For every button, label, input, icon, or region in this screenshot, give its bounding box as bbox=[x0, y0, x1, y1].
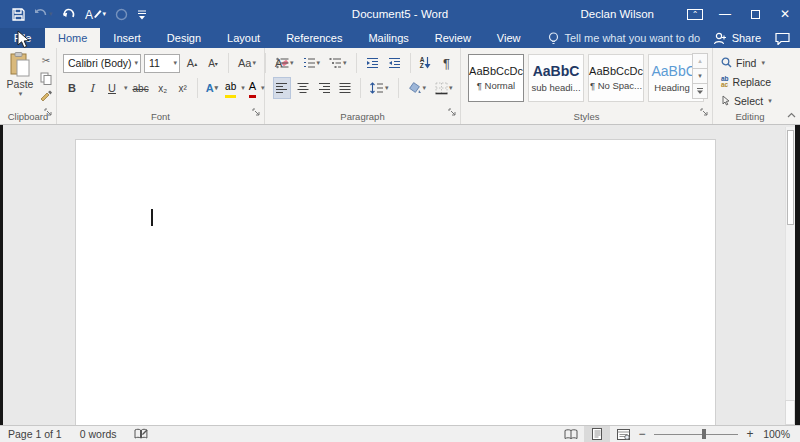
page-indicator[interactable]: Page 1 of 1 bbox=[8, 428, 62, 440]
styles-more-icon[interactable] bbox=[692, 83, 708, 99]
decrease-indent-button[interactable] bbox=[363, 52, 382, 74]
maximize-button[interactable] bbox=[740, 0, 770, 28]
paste-button[interactable]: Paste ▾ bbox=[5, 52, 35, 116]
undo-icon[interactable]: ▾ bbox=[34, 8, 53, 20]
right-edge bbox=[795, 125, 800, 442]
group-label-paragraph: Paragraph bbox=[265, 111, 460, 122]
zoom-slider[interactable] bbox=[654, 426, 738, 442]
font-size-combobox[interactable]: 11 ▾ bbox=[144, 54, 180, 73]
paste-icon bbox=[9, 52, 31, 78]
subscript-button[interactable]: x₂ bbox=[154, 77, 172, 99]
font-color-button[interactable]: A bbox=[247, 77, 258, 99]
font-size-dropdown-icon[interactable]: ▾ bbox=[173, 59, 177, 67]
strikethrough-button[interactable]: abc bbox=[130, 77, 152, 99]
ribbon-display-options-icon[interactable]: ⌃ bbox=[680, 0, 710, 28]
grow-font-button[interactable]: A▴ bbox=[183, 52, 201, 74]
redo-icon[interactable] bbox=[62, 8, 76, 21]
word-count[interactable]: 0 words bbox=[80, 428, 117, 440]
touch-mode-icon[interactable] bbox=[115, 8, 128, 21]
sort-button[interactable]: AZ bbox=[417, 52, 435, 74]
minimize-button[interactable]: — bbox=[710, 0, 740, 28]
style-pen-icon[interactable]: A▾ bbox=[85, 7, 107, 21]
underline-dropdown-icon[interactable]: ▾ bbox=[124, 84, 128, 92]
shading-button[interactable]: ▾ bbox=[405, 77, 430, 99]
find-label: Find bbox=[736, 57, 756, 69]
text-effects-button[interactable]: A▾ bbox=[203, 77, 221, 99]
vertical-scrollbar[interactable] bbox=[785, 127, 795, 400]
font-dialog-launcher-icon[interactable] bbox=[252, 103, 261, 121]
format-painter-icon[interactable] bbox=[38, 88, 54, 104]
style-no-spacing[interactable]: AaBbCcDc ¶ No Spac... bbox=[588, 54, 644, 102]
style-sample: AaBbCcDc bbox=[469, 65, 523, 77]
font-name-dropdown-icon[interactable]: ▾ bbox=[134, 59, 138, 67]
style-normal[interactable]: AaBbCcDc ¶ Normal bbox=[468, 54, 524, 102]
replace-button[interactable]: abac Replace bbox=[713, 72, 787, 91]
numbering-button[interactable]: ▾ bbox=[300, 52, 324, 74]
tab-home[interactable]: Home bbox=[45, 28, 100, 48]
line-spacing-button[interactable]: ▾ bbox=[367, 77, 392, 99]
style-sub-heading[interactable]: AaBbC sub headi... bbox=[528, 54, 584, 102]
zoom-in-button[interactable]: + bbox=[744, 427, 756, 441]
styles-dialog-launcher-icon[interactable] bbox=[700, 103, 709, 121]
tab-view[interactable]: View bbox=[484, 28, 534, 48]
customize-qat-icon[interactable] bbox=[137, 8, 147, 20]
proofing-icon[interactable] bbox=[134, 428, 148, 440]
undo-dropdown-icon[interactable]: ▾ bbox=[49, 10, 53, 18]
style-pen-dropdown-icon[interactable]: ▾ bbox=[103, 10, 107, 18]
zoom-level[interactable]: 100% bbox=[756, 428, 790, 440]
scrollbar-thumb[interactable] bbox=[787, 130, 794, 225]
select-button[interactable]: Select ▾ bbox=[713, 91, 787, 110]
web-layout-icon[interactable] bbox=[610, 426, 636, 442]
left-edge bbox=[0, 125, 3, 425]
clipboard-dialog-launcher-icon[interactable] bbox=[44, 103, 53, 121]
print-layout-icon[interactable] bbox=[584, 426, 610, 442]
tab-review[interactable]: Review bbox=[422, 28, 484, 48]
tell-me-box[interactable]: Tell me what you want to do bbox=[548, 28, 701, 48]
tab-insert[interactable]: Insert bbox=[100, 28, 154, 48]
tab-mailings[interactable]: Mailings bbox=[355, 28, 421, 48]
paste-dropdown-icon[interactable]: ▾ bbox=[19, 90, 23, 98]
borders-button[interactable]: ▾ bbox=[432, 77, 456, 99]
collapse-ribbon-icon[interactable] bbox=[787, 112, 796, 118]
align-left-button[interactable] bbox=[273, 77, 291, 99]
user-name[interactable]: Declan Wilson bbox=[581, 8, 655, 20]
group-editing: Find ▾ abac Replace Select ▾ Editing bbox=[713, 48, 787, 124]
close-button[interactable]: ✕ bbox=[770, 0, 800, 28]
text-highlight-button[interactable]: ab bbox=[223, 77, 238, 99]
shrink-font-button[interactable]: A▾ bbox=[204, 52, 222, 74]
change-case-button[interactable]: Aa▾ bbox=[235, 52, 259, 74]
paragraph-dialog-launcher-icon[interactable] bbox=[448, 103, 457, 121]
tab-layout[interactable]: Layout bbox=[214, 28, 273, 48]
multilevel-list-button[interactable]: ▾ bbox=[326, 52, 350, 74]
align-center-button[interactable] bbox=[294, 77, 312, 99]
bullets-button[interactable]: ▾ bbox=[273, 52, 297, 74]
share-button[interactable]: Share bbox=[713, 32, 761, 45]
font-name-combobox[interactable]: Calibri (Body) ▾ bbox=[63, 54, 141, 73]
font-color-swatch bbox=[249, 95, 256, 99]
increase-indent-button[interactable] bbox=[385, 52, 404, 74]
cut-icon[interactable]: ✂ bbox=[38, 52, 54, 68]
styles-scroll-down-icon[interactable]: ▾ bbox=[692, 68, 708, 84]
zoom-slider-thumb[interactable] bbox=[702, 429, 706, 439]
document-page[interactable] bbox=[75, 139, 716, 425]
save-icon[interactable] bbox=[12, 8, 25, 21]
superscript-button[interactable]: x² bbox=[174, 77, 192, 99]
scrollbar-bottom-button[interactable] bbox=[785, 400, 795, 425]
align-right-button[interactable] bbox=[315, 77, 333, 99]
justify-button[interactable] bbox=[336, 77, 354, 99]
styles-scroll-up-icon[interactable]: ▴ bbox=[692, 53, 708, 69]
comments-icon[interactable] bbox=[775, 32, 790, 45]
tab-design[interactable]: Design bbox=[154, 28, 214, 48]
show-hide-pilcrow-button[interactable]: ¶ bbox=[438, 52, 456, 74]
find-button[interactable]: Find ▾ bbox=[713, 53, 787, 72]
italic-button[interactable]: I bbox=[83, 77, 101, 99]
bold-button[interactable]: B bbox=[63, 77, 81, 99]
read-mode-icon[interactable] bbox=[558, 426, 584, 442]
group-label-font: Font bbox=[57, 111, 264, 122]
copy-icon[interactable] bbox=[38, 70, 54, 86]
underline-button[interactable]: U bbox=[103, 77, 121, 99]
ribbon-tab-row: File Home Insert Design Layout Reference… bbox=[0, 28, 800, 48]
highlight-dropdown-icon[interactable]: ▾ bbox=[241, 84, 245, 92]
zoom-out-button[interactable]: − bbox=[636, 427, 648, 441]
tab-references[interactable]: References bbox=[273, 28, 355, 48]
